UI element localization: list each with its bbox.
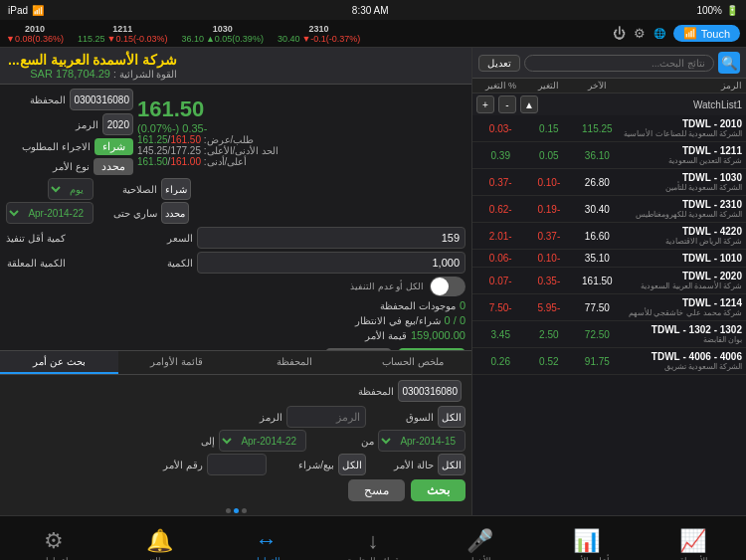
tab-search-order[interactable]: بحث عن أمر: [0, 351, 118, 374]
sf-market-select[interactable]: الكل: [438, 406, 466, 428]
day-select[interactable]: يوم: [48, 178, 93, 200]
sf-portfolio-label: المحفظة: [334, 386, 394, 397]
wl-name-8: بوان القابضة: [622, 335, 742, 344]
nav-icon-markets: 📈: [679, 528, 706, 554]
date-select[interactable]: 22-Apr-2014: [6, 202, 93, 224]
nav-item-alerts[interactable]: 🔔 مدير التنبيه: [106, 524, 213, 560]
sf-clear-button[interactable]: مسح: [348, 479, 405, 501]
sf-market-label: السوق: [374, 412, 434, 423]
wl-pct-8: 3.45: [476, 329, 525, 340]
sf-portfolio-select[interactable]: 0300316080: [398, 380, 462, 402]
wl-sym-6: 2020 - TDWL: [622, 271, 742, 281]
watchlist-item-3[interactable]: 2310 - TDWL الشركة السعودية للكهرومغناطي…: [472, 196, 746, 223]
tab-orders[interactable]: قائمة الأوامر: [118, 351, 237, 374]
ticker-item-3[interactable]: 2310 30.40 ▼-0.1(-0.37%): [278, 24, 360, 44]
wl-change-4: -0.37: [525, 231, 574, 242]
sf-search-button[interactable]: بحث: [411, 479, 466, 501]
wl-sym-7: 1214 - TDWL: [622, 297, 742, 308]
price-change: -0.35 (-0.07%): [137, 122, 207, 134]
edit-button[interactable]: تعديل: [478, 55, 520, 72]
carrier-label: iPad: [8, 5, 28, 16]
move-up-button[interactable]: ▲: [520, 95, 538, 113]
settings-icon-top[interactable]: ⚙: [634, 26, 646, 41]
watchlist-item-4[interactable]: 4220 - TDWL شركة الرياض الاقتصادية 16.60…: [472, 223, 746, 250]
period-select[interactable]: محدد: [161, 202, 189, 224]
ticker-item-0[interactable]: 2010 ▼0.08(0.36%): [6, 24, 64, 44]
tab-portfolio[interactable]: المحفظة: [236, 351, 354, 374]
ticker-symbol-0: 2010: [25, 24, 45, 34]
wl-name-4: شركة الرياض الاقتصادية: [622, 237, 742, 246]
sf-side-select[interactable]: الكل: [338, 454, 366, 475]
nav-item-watchlists[interactable]: ↓ قوائم المتابعة: [319, 524, 426, 560]
watchlist-item-6[interactable]: 2020 - TDWL شركة الأسمدة العربية السعودي…: [472, 268, 746, 294]
nav-icon-news: 🎤: [466, 528, 493, 554]
watchlist-item-9[interactable]: 4006 - 4006 - TDWL الشركة السعودية تشريق…: [472, 348, 746, 375]
tab-account-summary[interactable]: ملخص الحساب: [354, 351, 472, 374]
wl-name-9: الشركة السعودية تشريق: [622, 362, 742, 371]
ticker-item-2[interactable]: 1030 36.10 ▲0.05(0.39%): [181, 24, 263, 44]
nav-item-news[interactable]: 🎤 الأخبار: [427, 524, 533, 560]
ticker-item-1[interactable]: 1211 115.25 ▼0.15(-0.03%): [78, 24, 167, 44]
touch-button[interactable]: 📶 Touch: [673, 25, 740, 42]
price-input[interactable]: [197, 227, 466, 249]
remove-stock-button[interactable]: -: [498, 95, 516, 113]
pending-value: 0 / 0: [445, 314, 466, 326]
add-stock-button[interactable]: +: [476, 95, 494, 113]
ask-value: 161.50: [170, 134, 201, 145]
watchlist-item-5[interactable]: 1010 - TDWL 35.10 -0.10 -0.06: [472, 250, 746, 268]
wl-change-7: -5.95: [525, 302, 574, 313]
nav-item-top-stocks[interactable]: 📊 أعلى الأسهم: [533, 524, 640, 560]
toggle-switch[interactable]: [430, 277, 466, 296]
high-val: 177.25: [170, 145, 201, 156]
bid-ask: طلب/عرض: 161.25/161.50: [137, 134, 254, 145]
nav-item-trading[interactable]: ↔ التداول: [213, 524, 319, 560]
battery-label: 100%: [696, 5, 722, 16]
watchlist-search-input[interactable]: [524, 55, 714, 72]
company-name: شركة الأسمدة العربية السع...: [8, 52, 177, 68]
sf-to-select[interactable]: 22-Apr-2014: [219, 430, 306, 452]
toggle-container[interactable]: الكل أو عدم التنفيذ: [350, 277, 466, 296]
col-change-hdr: التغير: [525, 81, 574, 91]
nav-item-settings[interactable]: ⚙ إعدادات: [0, 524, 106, 560]
wl-last-9: 91.75: [573, 356, 622, 367]
wl-sym-9: 4006 - 4006 - TDWL: [622, 351, 742, 362]
watchlist-item-1[interactable]: 1211 - TDWL شركة التعدين السعودية 36.10 …: [472, 142, 746, 169]
portfolio-label: المحفظة: [6, 94, 66, 105]
power-icon[interactable]: ⏻: [613, 26, 626, 41]
order-amount: 159,000.00: [411, 329, 466, 341]
watchlist-item-8[interactable]: 1302 - 1302 - TDWL بوان القابضة 72.50 2.…: [472, 321, 746, 348]
validity-row: شراء الصلاحية محدد ساري حتى يوم 22-Apr-2…: [6, 178, 466, 224]
right-header: تعديل 🔍: [472, 48, 746, 79]
watchlist-item-7[interactable]: 1214 - TDWL شركة محمد علي خاشقجي للأسهم …: [472, 294, 746, 321]
column-headers: الرمز الآخر التغير % التغير: [472, 79, 746, 93]
dot-1: [226, 508, 231, 513]
wl-sym-2: 1030 - TDWL: [622, 172, 742, 183]
order-type-badge: محدد: [93, 158, 133, 175]
order-type-label: نوع الأمر: [30, 161, 90, 172]
touch-label: Touch: [701, 28, 730, 40]
wl-pct-7: -7.50: [476, 302, 525, 313]
quantity-input[interactable]: [197, 252, 466, 274]
sf-status-select[interactable]: الكل: [438, 454, 466, 475]
nav-label-trading: التداول: [253, 556, 280, 560]
watchlist-item-2[interactable]: 1030 - TDWL الشركة السعودية للتأمين 26.8…: [472, 169, 746, 196]
price-label: السعر: [133, 233, 193, 244]
portfolio-select[interactable]: 0300316080: [70, 89, 133, 110]
hidden-label: الكمية المعلقة: [6, 258, 66, 269]
sf-symbol-input[interactable]: [286, 406, 366, 428]
nav-icon-settings: ⚙: [44, 528, 64, 554]
wl-pct-6: -0.07: [476, 276, 525, 286]
search-button[interactable]: 🔍: [718, 52, 740, 74]
symbol-label: الرمز: [39, 119, 98, 130]
sf-from-select[interactable]: 15-Apr-2014: [378, 430, 466, 452]
validity-select[interactable]: شراء: [161, 178, 191, 200]
symbol-select[interactable]: 2020: [102, 113, 133, 135]
watchlist-item-0[interactable]: 2010 - TDWL الشركة السعودية للصناعات الأ…: [472, 115, 746, 142]
wl-change-3: -0.19: [525, 204, 574, 215]
sar-amount: SAR 178,704.29: [30, 68, 110, 80]
wl-item-info-3: 2310 - TDWL الشركة السعودية للكهرومغناطي…: [622, 199, 742, 219]
wl-item-info-9: 4006 - 4006 - TDWL الشركة السعودية تشريق: [622, 351, 742, 371]
sf-date-row: 15-Apr-2014 من 22-Apr-2014 إلى: [6, 430, 466, 452]
nav-item-markets[interactable]: 📈 الأسواق: [640, 524, 746, 560]
sf-ordernum-input[interactable]: [207, 454, 267, 475]
